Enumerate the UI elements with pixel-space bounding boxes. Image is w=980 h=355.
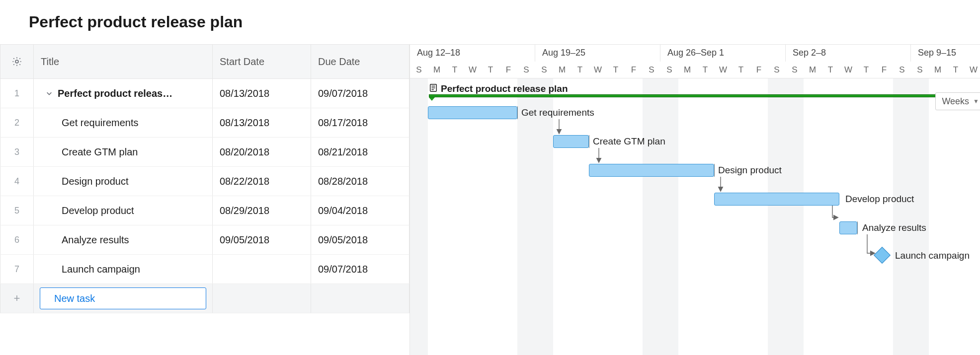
day-header: S [535, 62, 553, 78]
day-header: W [965, 62, 980, 78]
due-date-cell[interactable]: 08/17/2018 [311, 108, 409, 137]
table-row[interactable]: 4 Design product 08/22/2018 08/28/2018 [0, 167, 409, 196]
day-header: W [714, 62, 732, 78]
day-header: S [410, 62, 428, 78]
table-row[interactable]: 1 Perfect product releas… 08/13/2018 09/… [0, 79, 409, 108]
day-header: T [696, 62, 714, 78]
scale-select[interactable]: Weeks▼ [935, 92, 980, 110]
day-header: S [660, 62, 678, 78]
day-header: M [804, 62, 821, 78]
row-number: 3 [0, 138, 34, 166]
table-row[interactable]: 3 Create GTM plan 08/20/2018 08/21/2018 [0, 138, 409, 167]
chevron-down-icon: ▼ [973, 98, 979, 105]
day-header: S [517, 62, 535, 78]
svg-point-0 [15, 60, 18, 63]
day-header: F [499, 62, 517, 78]
day-header: S [911, 62, 929, 78]
day-header: F [875, 62, 893, 78]
start-date-cell[interactable] [213, 255, 311, 284]
row-number: 1 [0, 79, 34, 108]
table-row[interactable]: 2 Get requirements 08/13/2018 08/17/2018 [0, 108, 409, 138]
row-number: 2 [0, 108, 34, 137]
row-number: 5 [0, 196, 34, 225]
start-date-cell[interactable]: 08/13/2018 [213, 108, 311, 137]
day-header: F [750, 62, 768, 78]
add-row-icon[interactable]: + [0, 284, 34, 313]
start-date-cell[interactable]: 09/05/2018 [213, 225, 311, 254]
day-header: T [446, 62, 464, 78]
row-number: 4 [0, 167, 34, 196]
table-row[interactable]: 6 Analyze results 09/05/2018 09/05/2018 [0, 225, 409, 255]
day-header: T [607, 62, 625, 78]
start-date-cell[interactable]: 08/13/2018 [213, 79, 311, 108]
table-row[interactable]: 7 Launch campaign 09/07/2018 [0, 255, 409, 284]
day-header: M [553, 62, 571, 78]
task-title[interactable]: Develop product [34, 196, 213, 225]
due-date-cell[interactable]: 09/04/2018 [311, 196, 409, 225]
start-date-cell[interactable]: 08/20/2018 [213, 138, 311, 166]
gear-icon[interactable] [0, 45, 34, 78]
day-header: S [643, 62, 660, 78]
task-title: Perfect product releas… [58, 88, 172, 99]
dependency-arrow [410, 78, 957, 287]
task-title[interactable]: Get requirements [34, 108, 213, 137]
task-title[interactable]: Design product [34, 167, 213, 196]
due-date-cell[interactable]: 08/21/2018 [311, 138, 409, 166]
day-header: T [821, 62, 839, 78]
due-date-cell[interactable]: 09/07/2018 [311, 255, 409, 284]
row-number: 6 [0, 225, 34, 254]
col-title-header[interactable]: Title [34, 45, 213, 78]
day-header: T [571, 62, 589, 78]
grid-header: Title Start Date Due Date [0, 45, 409, 79]
due-date-cell[interactable]: 09/07/2018 [311, 79, 409, 108]
col-start-header[interactable]: Start Date [213, 45, 311, 78]
day-header: W [839, 62, 857, 78]
task-title[interactable]: Create GTM plan [34, 138, 213, 166]
week-header: Aug 19–25 [535, 45, 660, 62]
due-date-cell[interactable]: 09/05/2018 [311, 225, 409, 254]
new-task-row: + New task [0, 284, 409, 313]
gantt-chart[interactable]: Aug 12–18 Aug 19–25 Aug 26–Sep 1 Sep 2–8… [409, 45, 980, 355]
day-header: S [768, 62, 786, 78]
table-row[interactable]: 5 Develop product 08/29/2018 09/04/2018 [0, 196, 409, 225]
task-title[interactable]: Launch campaign [34, 255, 213, 284]
day-header: W [589, 62, 607, 78]
timeline-header: Aug 12–18 Aug 19–25 Aug 26–Sep 1 Sep 2–8… [410, 45, 980, 78]
day-header: M [929, 62, 947, 78]
week-header: Sep 9–15 [911, 45, 980, 62]
task-title[interactable]: Analyze results [34, 225, 213, 254]
page-title: Perfect product release plan [0, 0, 980, 44]
start-date-cell[interactable]: 08/22/2018 [213, 167, 311, 196]
day-header: S [786, 62, 804, 78]
day-header: M [678, 62, 696, 78]
col-due-header[interactable]: Due Date [311, 45, 409, 78]
start-date-cell[interactable]: 08/29/2018 [213, 196, 311, 225]
day-header: T [732, 62, 750, 78]
row-number: 7 [0, 255, 34, 284]
chevron-down-icon[interactable] [46, 90, 53, 97]
due-date-cell[interactable]: 08/28/2018 [311, 167, 409, 196]
day-header: M [428, 62, 446, 78]
day-header: T [947, 62, 965, 78]
week-header: Aug 26–Sep 1 [660, 45, 786, 62]
task-grid: Title Start Date Due Date 1 Perfect prod… [0, 45, 409, 355]
day-header: F [625, 62, 643, 78]
day-header: T [482, 62, 499, 78]
week-header: Aug 12–18 [410, 45, 535, 62]
day-header: S [893, 62, 911, 78]
day-header: W [464, 62, 482, 78]
new-task-input[interactable]: New task [40, 287, 206, 309]
week-header: Sep 2–8 [786, 45, 911, 62]
day-header: T [857, 62, 875, 78]
timeline-body[interactable]: Weeks▼ − + Perfect product release plan … [410, 78, 980, 355]
